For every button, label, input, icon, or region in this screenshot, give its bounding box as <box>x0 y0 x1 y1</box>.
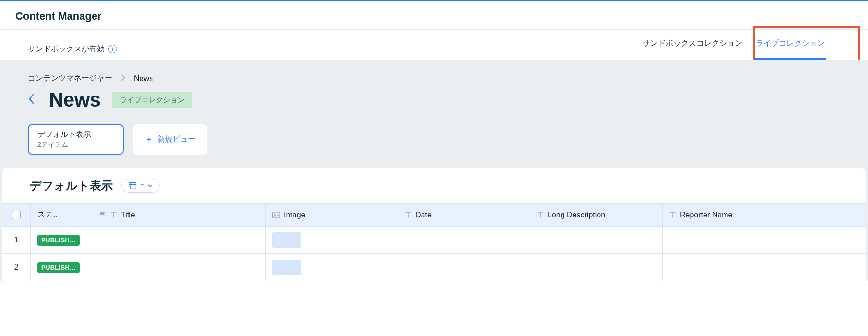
col-header-reporter-name[interactable]: Reporter Name <box>663 204 866 227</box>
status-badge: PUBLISH… <box>37 262 80 273</box>
sub-bar: サンドボックスが有効 i サンドボックスコレクション ライブコレクション <box>0 30 868 60</box>
col-label-reporter-name: Reporter Name <box>680 211 732 219</box>
breadcrumb-current: News <box>134 74 153 83</box>
col-label-long-description: Long Description <box>548 211 605 219</box>
row-reporter-cell[interactable] <box>663 227 866 254</box>
table-layout-icon <box>129 182 136 189</box>
data-grid: ステ… Title Image Da <box>2 203 866 281</box>
row-index-cell[interactable]: 2 <box>2 254 31 281</box>
layout-dropdown[interactable]: ≡ <box>121 179 160 193</box>
view-card-title: デフォルト表示 <box>37 130 114 140</box>
page-title-row: News ライブコレクション <box>0 88 868 124</box>
col-header-title[interactable]: Title <box>93 204 266 227</box>
svg-point-4 <box>274 213 276 215</box>
col-header-status[interactable]: ステ… <box>31 204 93 227</box>
table-card: デフォルト表示 ≡ ステ… <box>2 168 866 281</box>
row-longdesc-cell[interactable] <box>530 227 663 254</box>
row-title-cell[interactable] <box>93 254 266 281</box>
live-collection-badge: ライブコレクション <box>112 92 192 108</box>
sandbox-notice-text: サンドボックスが有効 <box>28 44 105 54</box>
app-header: Content Manager <box>0 1 868 30</box>
chevron-right-icon <box>121 74 125 83</box>
sandbox-notice: サンドボックスが有効 i <box>28 44 117 54</box>
tab-live-collection[interactable]: ライブコレクション <box>755 38 826 60</box>
row-date-cell[interactable] <box>398 227 530 254</box>
svg-rect-0 <box>129 183 136 189</box>
col-header-long-description[interactable]: Long Description <box>530 204 663 227</box>
col-label-date: Date <box>415 211 432 219</box>
status-badge: PUBLISH… <box>37 235 80 246</box>
app-title: Content Manager <box>15 10 853 23</box>
col-label-status: ステ… <box>37 210 60 220</box>
image-thumbnail <box>272 232 301 248</box>
row-status-cell[interactable]: PUBLISH… <box>31 254 93 281</box>
row-index-cell[interactable]: 1 <box>2 227 31 254</box>
col-header-image[interactable]: Image <box>266 204 398 227</box>
col-header-checkbox[interactable] <box>2 204 31 227</box>
flag-icon <box>100 212 106 218</box>
layout-dropdown-glyph: ≡ <box>140 182 144 190</box>
view-card-subtitle: 2アイテム <box>37 141 114 149</box>
collection-tabs: サンドボックスコレクション ライブコレクション <box>642 38 840 60</box>
row-index: 1 <box>14 236 19 244</box>
plus-icon: ＋ <box>145 134 152 144</box>
row-title-cell[interactable] <box>93 227 266 254</box>
table-toolbar: デフォルト表示 ≡ <box>2 168 866 203</box>
text-type-icon <box>110 212 117 218</box>
back-button[interactable] <box>29 94 36 107</box>
content-area: コンテンツマネージャー News News ライブコレクション デフォルト表示 … <box>0 60 868 281</box>
text-type-icon <box>669 212 676 218</box>
text-type-icon <box>405 212 411 218</box>
row-image-cell[interactable] <box>266 254 398 281</box>
breadcrumb-root[interactable]: コンテンツマネージャー <box>28 73 112 84</box>
table-title: デフォルト表示 <box>30 178 113 193</box>
col-header-date[interactable]: Date <box>398 204 530 227</box>
info-icon[interactable]: i <box>108 45 117 53</box>
row-image-cell[interactable] <box>266 227 398 254</box>
image-thumbnail <box>272 260 301 275</box>
text-type-icon <box>537 212 544 218</box>
image-type-icon <box>272 212 280 218</box>
row-status-cell[interactable]: PUBLISH… <box>31 227 93 254</box>
col-label-title: Title <box>121 211 135 219</box>
row-index: 2 <box>14 263 19 272</box>
page-title: News <box>49 88 101 111</box>
views-row: デフォルト表示 2アイテム ＋ 新規ビュー <box>0 124 868 168</box>
new-view-button[interactable]: ＋ 新規ビュー <box>133 124 207 155</box>
tab-sandbox-collection[interactable]: サンドボックスコレクション <box>642 38 743 60</box>
col-label-image: Image <box>284 211 305 219</box>
row-reporter-cell[interactable] <box>663 254 866 281</box>
new-view-label: 新規ビュー <box>157 134 196 144</box>
row-longdesc-cell[interactable] <box>530 254 663 281</box>
row-date-cell[interactable] <box>398 254 530 281</box>
view-card-default[interactable]: デフォルト表示 2アイテム <box>28 124 124 155</box>
breadcrumb: コンテンツマネージャー News <box>0 73 868 88</box>
select-all-checkbox[interactable] <box>12 211 21 219</box>
chevron-down-icon <box>148 182 152 189</box>
